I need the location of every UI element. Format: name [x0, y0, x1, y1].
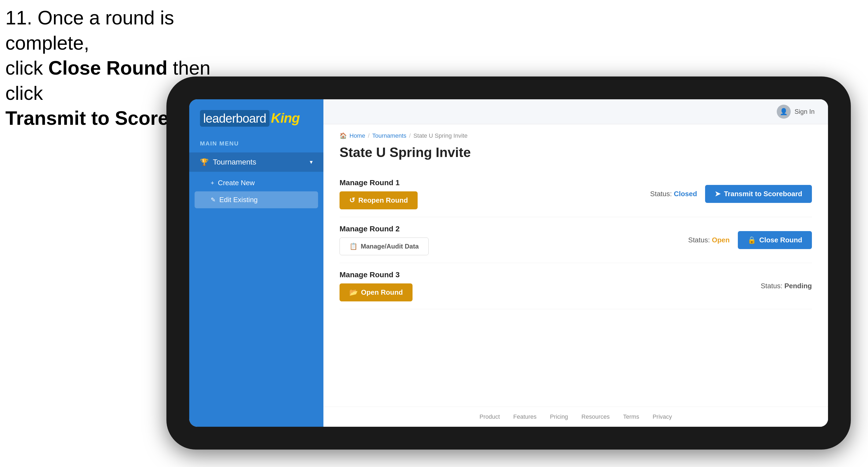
- footer-resources[interactable]: Resources: [581, 413, 610, 420]
- footer-privacy[interactable]: Privacy: [652, 413, 672, 420]
- sidebar-nav: 🏆 Tournaments ▾: [189, 150, 323, 175]
- footer-pricing[interactable]: Pricing: [550, 413, 568, 420]
- footer-features[interactable]: Features: [513, 413, 536, 420]
- round-2-left: Manage Round 2 📋 Manage/Audit Data: [340, 225, 429, 255]
- trophy-icon: 🏆: [200, 158, 209, 166]
- manage-audit-button[interactable]: 📋 Manage/Audit Data: [340, 238, 429, 255]
- main-content: 👤 Sign In 🏠 Home / Tournaments / State U…: [323, 99, 828, 427]
- logo-bracket: leaderboard: [200, 110, 270, 127]
- close-round-button[interactable]: 🔒 Close Round: [738, 231, 812, 249]
- sign-in-area: 👤 Sign In: [777, 105, 814, 119]
- round-1-status-text: Status: Closed: [650, 190, 697, 198]
- round-2-section: Manage Round 2 📋 Manage/Audit Data Statu…: [340, 217, 812, 263]
- round-3-right: Status: Pending: [761, 282, 812, 290]
- round-1-right: Status: Closed ➤ Transmit to Scoreboard: [650, 185, 812, 203]
- round-2-right: Status: Open 🔒 Close Round: [688, 231, 812, 249]
- tablet-screen: leaderboardKing MAIN MENU 🏆 Tournaments …: [189, 99, 828, 427]
- round-3-section: Manage Round 3 📂 Open Round Status: Pend…: [340, 263, 812, 309]
- open-round-label: Open Round: [361, 288, 403, 297]
- sidebar: leaderboardKing MAIN MENU 🏆 Tournaments …: [189, 99, 323, 427]
- close-round-label: Close Round: [759, 236, 802, 244]
- plus-icon: +: [211, 180, 214, 187]
- edit-existing-item[interactable]: ✎ Edit Existing: [194, 191, 318, 208]
- sub-nav: + Create New ✎ Edit Existing: [189, 175, 323, 211]
- chevron-down-icon: ▾: [310, 159, 313, 165]
- transmit-icon: ➤: [715, 190, 721, 198]
- sidebar-item-tournaments[interactable]: 🏆 Tournaments ▾: [189, 152, 323, 172]
- top-bar: 👤 Sign In: [323, 99, 828, 124]
- round-3-status-value: Pending: [784, 282, 812, 290]
- main-menu-label: MAIN MENU: [189, 135, 323, 150]
- breadcrumb: 🏠 Home / Tournaments / State U Spring In…: [340, 132, 812, 139]
- breadcrumb-sep1: /: [368, 132, 370, 139]
- breadcrumb-tournaments[interactable]: Tournaments: [372, 132, 406, 139]
- logo-text: leaderboardKing: [200, 110, 300, 127]
- open-round-button[interactable]: 📂 Open Round: [340, 283, 412, 302]
- logo-area: leaderboardKing: [189, 99, 323, 135]
- round-1-status-value: Closed: [674, 190, 697, 198]
- round-2-label: Manage Round 2: [340, 225, 429, 233]
- footer-terms[interactable]: Terms: [623, 413, 639, 420]
- open-round-icon: 📂: [349, 288, 358, 297]
- breadcrumb-current: State U Spring Invite: [413, 132, 468, 139]
- breadcrumb-icon: 🏠: [340, 132, 347, 139]
- round-2-status-text: Status: Open: [688, 236, 730, 244]
- transmit-label: Transmit to Scoreboard: [724, 190, 802, 198]
- reopen-label: Reopen Round: [358, 196, 408, 205]
- close-round-bold: Close Round: [48, 57, 167, 79]
- tournaments-label: Tournaments: [213, 158, 305, 166]
- edit-icon: ✎: [211, 196, 216, 204]
- create-new-item[interactable]: + Create New: [189, 175, 323, 191]
- round-1-label: Manage Round 1: [340, 179, 417, 187]
- footer-product[interactable]: Product: [479, 413, 500, 420]
- reopen-round-button[interactable]: ↺ Reopen Round: [340, 191, 417, 209]
- edit-existing-label: Edit Existing: [219, 196, 258, 204]
- round-3-left: Manage Round 3 📂 Open Round: [340, 271, 412, 302]
- round-2-status-value: Open: [712, 236, 730, 244]
- sign-in-label[interactable]: Sign In: [795, 108, 814, 116]
- breadcrumb-home[interactable]: Home: [349, 132, 365, 139]
- breadcrumb-sep2: /: [409, 132, 411, 139]
- tablet-device: leaderboardKing MAIN MENU 🏆 Tournaments …: [166, 76, 851, 449]
- round-1-section: Manage Round 1 ↺ Reopen Round Status: Cl…: [340, 171, 812, 217]
- user-icon: 👤: [780, 108, 788, 116]
- round-1-left: Manage Round 1 ↺ Reopen Round: [340, 179, 417, 209]
- content-area: 🏠 Home / Tournaments / State U Spring In…: [323, 124, 828, 407]
- logo-king: King: [271, 111, 300, 126]
- app-layout: leaderboardKing MAIN MENU 🏆 Tournaments …: [189, 99, 828, 427]
- transmit-to-scoreboard-button[interactable]: ➤ Transmit to Scoreboard: [705, 185, 812, 203]
- footer: Product Features Pricing Resources Terms…: [323, 407, 828, 427]
- logo: leaderboardKing: [200, 110, 313, 127]
- audit-icon: 📋: [349, 243, 358, 250]
- create-new-label: Create New: [218, 179, 255, 187]
- page-title: State U Spring Invite: [340, 145, 812, 160]
- manage-audit-label: Manage/Audit Data: [361, 243, 419, 250]
- lock-icon: 🔒: [747, 236, 756, 244]
- round-3-label: Manage Round 3: [340, 271, 412, 279]
- reopen-icon: ↺: [349, 196, 355, 205]
- round-3-status-text: Status: Pending: [761, 282, 812, 290]
- avatar: 👤: [777, 105, 791, 119]
